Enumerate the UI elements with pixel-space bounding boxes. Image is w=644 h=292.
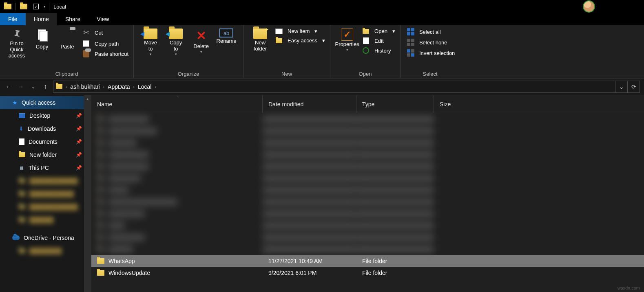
paste-shortcut-button[interactable]: Paste shortcut bbox=[80, 50, 129, 58]
select-none-button[interactable]: Select none bbox=[405, 38, 456, 46]
nav-back-button[interactable]: ← bbox=[2, 81, 15, 93]
tab-file[interactable]: File bbox=[0, 13, 26, 25]
file-row[interactable]: WindowsUpdate 9/20/2021 6:01 PM File fol… bbox=[91, 267, 644, 279]
address-folder-icon bbox=[53, 83, 65, 90]
chevron-right-icon[interactable]: › bbox=[102, 85, 105, 89]
delete-button[interactable]: ✕ Delete▾ bbox=[188, 27, 214, 54]
properties-button[interactable]: ✓ Properties▾ bbox=[334, 27, 360, 52]
copy-path-button[interactable]: Copy path bbox=[80, 40, 129, 47]
app-folder-icon bbox=[2, 0, 14, 13]
column-type[interactable]: Type bbox=[356, 95, 434, 113]
select-none-icon bbox=[407, 39, 414, 46]
group-select: Select all Select none Invert selection … bbox=[401, 25, 460, 78]
open-button[interactable]: Open▾ bbox=[360, 28, 396, 35]
sidebar-item-new-folder[interactable]: New folder📌 bbox=[0, 148, 91, 161]
folder-icon bbox=[19, 152, 25, 157]
sidebar-item-documents[interactable]: Documents📌 bbox=[0, 135, 91, 148]
select-all-icon bbox=[407, 28, 414, 35]
easy-access-button[interactable]: Easy access▾ bbox=[273, 37, 326, 44]
move-to-button[interactable]: Move to▾ bbox=[138, 27, 163, 56]
sidebar-item-hidden[interactable]: ████████ bbox=[0, 244, 91, 257]
column-date[interactable]: Date modified bbox=[263, 95, 356, 113]
copy-button[interactable]: Copy bbox=[29, 27, 55, 50]
file-type: File folder bbox=[356, 258, 434, 264]
delete-icon: ✕ bbox=[196, 29, 206, 43]
sidebar-item-hidden[interactable]: ████████████ bbox=[0, 200, 91, 213]
address-bar[interactable]: › ash bukhari › AppData › Local › ⌄ ⟳ bbox=[53, 81, 640, 93]
pin-icon: 📌 bbox=[76, 139, 82, 145]
file-type: File folder bbox=[356, 270, 434, 276]
tab-view[interactable]: View bbox=[89, 13, 117, 25]
rename-button[interactable]: Rename bbox=[214, 27, 239, 44]
new-item-button[interactable]: New item▾ bbox=[273, 28, 326, 35]
paste-button[interactable]: Paste bbox=[55, 27, 80, 50]
sidebar-item-quick-access[interactable]: ★Quick access bbox=[0, 96, 91, 109]
copy-path-icon bbox=[83, 40, 89, 47]
group-label-clipboard: Clipboard bbox=[4, 70, 129, 78]
sidebar-item-downloads[interactable]: ⬇Downloads📌 bbox=[0, 122, 91, 135]
copy-icon bbox=[35, 29, 49, 43]
ribbon: Pin to Quick access Copy Paste ✂Cut Copy… bbox=[0, 25, 644, 78]
sidebar-item-hidden[interactable]: ███████████ bbox=[0, 187, 91, 200]
pin-icon: 📌 bbox=[76, 113, 82, 119]
main-area: ★Quick access Desktop📌 ⬇Downloads📌 Docum… bbox=[0, 95, 644, 292]
nav-recent-dropdown[interactable]: ⌄ bbox=[27, 81, 39, 93]
copy-to-icon bbox=[169, 29, 183, 39]
pc-icon: 🖥 bbox=[19, 165, 24, 171]
sidebar-item-desktop[interactable]: Desktop📌 bbox=[0, 109, 91, 122]
rename-icon bbox=[219, 29, 233, 37]
invert-selection-button[interactable]: Invert selection bbox=[405, 49, 456, 57]
column-size[interactable]: Size bbox=[434, 95, 487, 113]
pin-to-quick-access-button[interactable]: Pin to Quick access bbox=[4, 27, 29, 59]
chevron-right-icon[interactable]: › bbox=[154, 85, 157, 89]
new-item-icon bbox=[275, 29, 283, 34]
group-label-open: Open bbox=[334, 70, 396, 78]
group-clipboard: Pin to Quick access Copy Paste ✂Cut Copy… bbox=[0, 25, 134, 78]
tab-home[interactable]: Home bbox=[26, 13, 57, 25]
paste-shortcut-icon bbox=[83, 50, 89, 57]
address-dropdown-button[interactable]: ⌄ bbox=[615, 81, 627, 93]
pin-icon: 📌 bbox=[76, 152, 82, 158]
chevron-right-icon[interactable]: › bbox=[133, 85, 135, 89]
select-all-button[interactable]: Select all bbox=[405, 28, 456, 36]
tab-share[interactable]: Share bbox=[57, 13, 89, 25]
move-to-icon bbox=[144, 29, 157, 39]
chevron-right-icon[interactable]: › bbox=[65, 85, 68, 89]
group-new: ✦ New folder New item▾ Easy access▾ New bbox=[243, 25, 330, 78]
nav-up-button[interactable]: ↑ bbox=[39, 81, 51, 93]
navigation-pane: ★Quick access Desktop📌 ⬇Downloads📌 Docum… bbox=[0, 95, 91, 292]
sidebar-scrollbar[interactable]: ▴ bbox=[84, 95, 91, 292]
open-icon bbox=[363, 29, 369, 34]
breadcrumb-segment[interactable]: Local bbox=[135, 83, 154, 90]
new-folder-button[interactable]: ✦ New folder bbox=[248, 27, 273, 52]
breadcrumb-segment[interactable]: ash bukhari bbox=[68, 83, 102, 90]
sidebar-item-onedrive[interactable]: OneDrive - Persona bbox=[0, 231, 91, 244]
title-bar: ✓ ▾ Local bbox=[0, 0, 644, 13]
qat-folder-icon[interactable] bbox=[18, 0, 30, 13]
nav-forward-button[interactable]: → bbox=[15, 81, 27, 93]
sidebar-item-hidden[interactable]: ████████████ bbox=[0, 174, 91, 187]
pin-icon: 📌 bbox=[76, 165, 82, 171]
user-avatar-icon[interactable] bbox=[583, 0, 595, 13]
cut-button[interactable]: ✂Cut bbox=[80, 28, 129, 37]
history-icon bbox=[363, 47, 369, 54]
edit-button[interactable]: Edit bbox=[360, 37, 396, 44]
desktop-icon bbox=[19, 113, 25, 118]
ribbon-tabs: File Home Share View bbox=[0, 13, 644, 25]
file-row[interactable]: WhatsApp 11/27/2021 10:49 AM File folder bbox=[91, 255, 644, 267]
sidebar-item-hidden[interactable]: ██████ bbox=[0, 213, 91, 226]
qat-checkbox-icon[interactable]: ✓ bbox=[30, 0, 42, 13]
refresh-button[interactable]: ⟳ bbox=[627, 81, 640, 93]
onedrive-icon bbox=[12, 235, 20, 240]
properties-icon: ✓ bbox=[341, 29, 353, 41]
sidebar-item-this-pc[interactable]: 🖥This PC📌 bbox=[0, 161, 91, 174]
group-label-new: New bbox=[248, 70, 326, 78]
breadcrumb-segment[interactable]: AppData bbox=[105, 83, 132, 90]
history-button[interactable]: History bbox=[360, 47, 396, 54]
qat-dropdown-icon[interactable]: ▾ bbox=[42, 4, 47, 9]
watermark: wsxdn.com bbox=[617, 285, 640, 290]
copy-to-button[interactable]: Copy to▾ bbox=[163, 27, 188, 56]
column-name[interactable]: Name˄ bbox=[91, 95, 263, 113]
file-name: WhatsApp bbox=[108, 258, 135, 264]
scissors-icon: ✂ bbox=[83, 28, 89, 37]
